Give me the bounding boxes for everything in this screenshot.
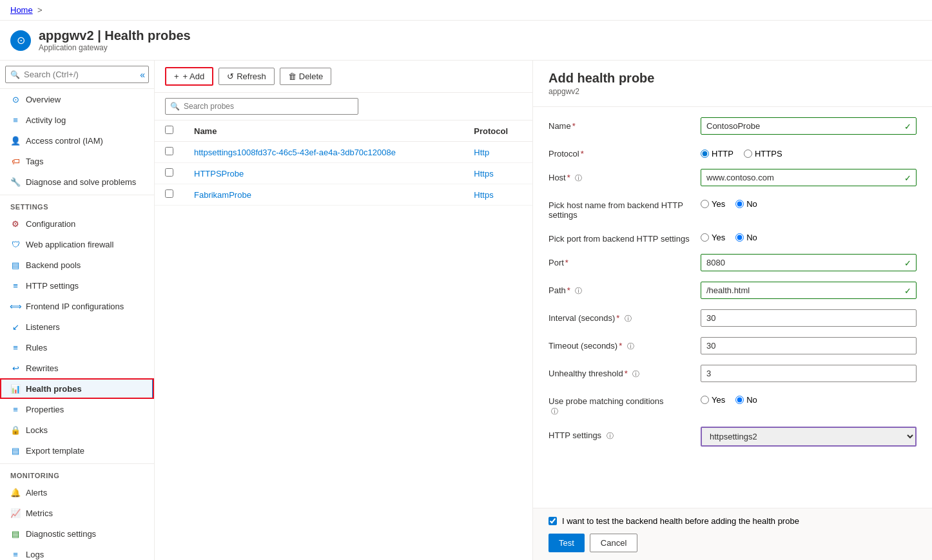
test-backend-checkbox-row: I want to test the backend health before… (549, 516, 917, 526)
sidebar-item-alerts[interactable]: 🔔 Alerts (0, 482, 154, 503)
sidebar-item-label: Export template (26, 446, 84, 456)
breadcrumb-separator: > (37, 5, 43, 15)
timeout-input[interactable] (701, 337, 917, 354)
pick-host-yes-option[interactable]: Yes (701, 199, 725, 209)
port-valid-icon: ✓ (904, 258, 911, 267)
test-backend-checkbox[interactable] (549, 517, 557, 525)
sidebar-item-logs[interactable]: ≡ Logs (0, 544, 154, 560)
activity-log-icon: ≡ (10, 115, 21, 125)
table-row[interactable]: FabrikamProbe Https (155, 184, 532, 206)
probe-name-cell: httpsettings1008fd37c-46c5-43ef-ae4a-3db… (184, 142, 463, 163)
add-button[interactable]: + + Add (165, 67, 213, 86)
sidebar-item-http-settings[interactable]: ≡ HTTP settings (0, 275, 154, 296)
pick-port-yes-radio[interactable] (701, 233, 709, 242)
sidebar-item-rewrites[interactable]: ↩ Rewrites (0, 358, 154, 378)
refresh-button[interactable]: ↺ Refresh (218, 68, 275, 85)
pick-port-yes-option[interactable]: Yes (701, 233, 725, 242)
protocol-http-radio[interactable] (701, 150, 709, 158)
interval-info-icon[interactable]: ⓘ (625, 314, 632, 322)
test-backend-label: I want to test the backend health before… (562, 516, 799, 526)
protocol-radio-group: HTTP HTTPS (701, 145, 917, 159)
table-search-bar: 🔍 (155, 93, 532, 121)
sidebar-item-label: Logs (26, 550, 44, 559)
sidebar-item-properties[interactable]: ≡ Properties (0, 399, 154, 420)
unhealthy-threshold-input[interactable] (701, 365, 917, 382)
probe-matching-radio-group: Yes No (701, 392, 917, 405)
table-row[interactable]: HTTPSProbe Https (155, 163, 532, 184)
path-input[interactable] (701, 282, 917, 299)
protocol-https-option[interactable]: HTTPS (744, 149, 782, 159)
breadcrumb-home[interactable]: Home (10, 5, 33, 15)
sidebar-item-diagnostic-settings[interactable]: ▤ Diagnostic settings (0, 523, 154, 544)
probe-matching-yes-option[interactable]: Yes (701, 395, 725, 405)
interval-input-container (701, 309, 917, 327)
sidebar-item-access-control[interactable]: 👤 Access control (IAM) (0, 130, 154, 151)
probe-name-cell: FabrikamProbe (184, 184, 463, 206)
protocol-https-radio[interactable] (744, 150, 752, 158)
resource-icon: ⊙ (10, 30, 31, 51)
sidebar-item-locks[interactable]: 🔒 Locks (0, 420, 154, 440)
row-checkbox[interactable] (165, 168, 173, 177)
health-probes-icon: 📊 (10, 383, 21, 394)
access-control-icon: 👤 (10, 135, 21, 146)
sidebar-search-input[interactable] (5, 66, 149, 83)
pick-host-yes-radio[interactable] (701, 200, 709, 208)
collapse-sidebar-button[interactable]: « (140, 70, 145, 80)
name-input[interactable] (701, 117, 917, 135)
sidebar-item-health-probes[interactable]: 📊 Health probes (0, 378, 154, 399)
refresh-icon: ↺ (227, 72, 234, 81)
sidebar-item-label: Tags (26, 157, 43, 166)
pick-port-no-option[interactable]: No (735, 233, 757, 242)
pick-host-no-radio[interactable] (735, 200, 744, 208)
pick-port-radio-group: Yes No (701, 230, 917, 242)
probe-matching-yes-radio[interactable] (701, 396, 709, 404)
probe-matching-info-icon[interactable]: ⓘ (551, 407, 558, 415)
path-field-row: Path* ⓘ ✓ (549, 282, 917, 299)
form-footer: I want to test the backend health before… (533, 508, 932, 560)
path-info-icon[interactable]: ⓘ (575, 287, 582, 294)
select-all-checkbox[interactable] (165, 126, 173, 134)
cancel-button[interactable]: Cancel (590, 534, 637, 552)
sidebar-item-listeners[interactable]: ↙ Listeners (0, 316, 154, 337)
table-search-input[interactable] (165, 98, 358, 115)
http-settings-field-row: HTTP settings ⓘ httpsettings2 (549, 427, 917, 447)
host-info-icon[interactable]: ⓘ (575, 174, 582, 182)
delete-label: Delete (299, 72, 324, 81)
locks-icon: 🔒 (10, 425, 21, 435)
probe-matching-no-option[interactable]: No (735, 395, 757, 405)
host-input[interactable] (701, 169, 917, 186)
http-settings-info-icon[interactable]: ⓘ (607, 432, 614, 439)
port-label: Port* (549, 254, 690, 267)
sidebar-item-overview[interactable]: ⊙ Overview (0, 89, 154, 110)
test-button[interactable]: Test (549, 534, 585, 552)
sidebar-item-metrics[interactable]: 📈 Metrics (0, 503, 154, 523)
timeout-info-icon[interactable]: ⓘ (627, 342, 634, 350)
sidebar-item-export-template[interactable]: ▤ Export template (0, 440, 154, 461)
pick-port-no-radio[interactable] (735, 233, 744, 242)
pick-host-no-option[interactable]: No (735, 199, 757, 209)
http-settings-select[interactable]: httpsettings2 (701, 427, 917, 447)
sidebar-item-label: Health probes (26, 384, 82, 394)
interval-input[interactable] (701, 309, 917, 327)
properties-icon: ≡ (10, 404, 21, 414)
sidebar-item-activity-log[interactable]: ≡ Activity log (0, 110, 154, 130)
row-checkbox[interactable] (165, 147, 173, 155)
port-input[interactable] (701, 254, 917, 271)
right-panel-subtitle: appgwv2 (549, 87, 917, 96)
row-checkbox[interactable] (165, 189, 173, 198)
http-settings-label: HTTP settings ⓘ (549, 427, 690, 441)
delete-button[interactable]: 🗑 Delete (280, 68, 332, 85)
sidebar-item-rules[interactable]: ≡ Rules (0, 337, 154, 358)
name-label: Name* (549, 117, 690, 131)
table-row[interactable]: httpsettings1008fd37c-46c5-43ef-ae4a-3db… (155, 142, 532, 163)
sidebar-item-configuration[interactable]: ⚙ Configuration (0, 213, 154, 234)
sidebar-item-backend-pools[interactable]: ▤ Backend pools (0, 255, 154, 275)
sidebar-item-tags[interactable]: 🏷 Tags (0, 151, 154, 171)
probe-matching-no-radio[interactable] (735, 396, 744, 404)
protocol-http-option[interactable]: HTTP (701, 149, 733, 159)
sidebar-item-diagnose[interactable]: 🔧 Diagnose and solve problems (0, 171, 154, 192)
sidebar-item-frontend-ip[interactable]: ⟺ Frontend IP configurations (0, 296, 154, 316)
table-search-wrap: 🔍 (165, 98, 358, 115)
unhealthy-threshold-info-icon[interactable]: ⓘ (632, 370, 639, 378)
sidebar-item-waf[interactable]: 🛡 Web application firewall (0, 234, 154, 255)
